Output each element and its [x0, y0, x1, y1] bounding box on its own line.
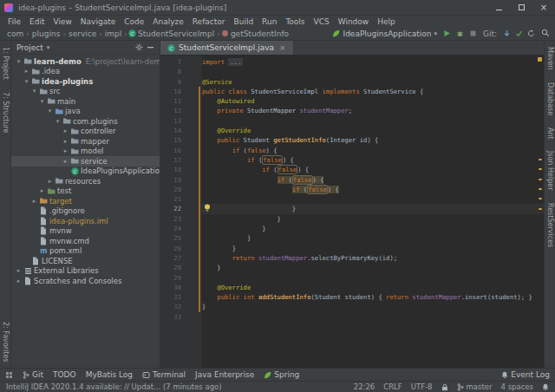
- warning-mark[interactable]: [539, 159, 542, 160]
- tree-item-gitignore[interactable]: .gitignore: [11, 206, 160, 217]
- tool-button-database[interactable]: Database: [546, 82, 554, 115]
- chevron-down-icon[interactable]: ▾: [47, 44, 50, 51]
- menu-item-build[interactable]: Build: [230, 17, 258, 26]
- tree-item-scratches-and-consoles[interactable]: ▸Scratches and Consoles: [11, 276, 160, 286]
- breadcrumb-item-plugins[interactable]: plugins: [30, 29, 62, 38]
- maximize-button[interactable]: [510, 0, 532, 15]
- code-line-content[interactable]: [202, 312, 544, 322]
- line-number[interactable]: 23: [160, 214, 186, 224]
- line-number[interactable]: 8: [160, 67, 186, 76]
- tree-item-resources[interactable]: ▸resources: [11, 176, 160, 186]
- tool-button-restservices[interactable]: RestServices: [546, 203, 554, 247]
- line-number[interactable]: 25: [160, 233, 186, 243]
- line-number[interactable]: 11: [160, 96, 186, 106]
- collapse-arrow-icon[interactable]: ▾: [46, 108, 54, 114]
- collapse-arrow-icon[interactable]: ▾: [23, 78, 30, 85]
- menu-item-vcs[interactable]: VCS: [310, 17, 334, 26]
- tree-item-mvnw-cmd[interactable]: mvnw.cmd: [11, 236, 160, 246]
- collapse-arrow-icon[interactable]: ▾: [38, 98, 46, 105]
- run-button[interactable]: [443, 29, 451, 37]
- code-line-content[interactable]: }: [202, 263, 544, 272]
- code-line-content[interactable]: [202, 273, 544, 283]
- tree-item-java[interactable]: ▾java: [11, 107, 160, 117]
- tree-item-src[interactable]: ▾src: [11, 87, 160, 97]
- search-everywhere-button[interactable]: [541, 29, 550, 37]
- expand-arrow-icon[interactable]: ▸: [15, 278, 23, 284]
- collapse-arrow-icon[interactable]: ▾: [54, 118, 62, 125]
- code-line-content[interactable]: if (false) {: [202, 165, 544, 174]
- code-line-content[interactable]: }: [202, 204, 544, 213]
- tool-button-event-log[interactable]: Event Log: [501, 370, 550, 379]
- debug-button[interactable]: [456, 29, 464, 37]
- line-number[interactable]: 14: [160, 126, 186, 135]
- tree-item-test[interactable]: ▸test: [11, 186, 160, 197]
- menu-item-window[interactable]: Window: [334, 17, 374, 26]
- code-line-content[interactable]: @Service: [202, 77, 544, 87]
- code-line-content[interactable]: }: [202, 214, 544, 224]
- line-number[interactable]: 22: [160, 204, 186, 213]
- code-line-content[interactable]: [202, 194, 544, 204]
- code-line-content[interactable]: if (false) {: [202, 155, 544, 165]
- code-line-content[interactable]: if (false) {: [202, 146, 544, 155]
- expand-arrow-icon[interactable]: ▸: [15, 267, 23, 274]
- breadcrumb-item-impl[interactable]: impl: [103, 29, 123, 38]
- collapse-arrow-icon[interactable]: ▾: [15, 58, 23, 65]
- menu-item-help[interactable]: Help: [373, 17, 400, 26]
- tree-item-target[interactable]: ▸target: [11, 196, 160, 206]
- tool-button-2-favorites[interactable]: 2: Favorites: [2, 322, 10, 362]
- line-number[interactable]: 10: [160, 87, 186, 96]
- tool-button-java-enterprise[interactable]: Java Enterprise: [195, 370, 254, 379]
- tree-item-main[interactable]: ▾main: [11, 96, 160, 107]
- code-line-content[interactable]: }: [202, 302, 544, 311]
- tool-button-maven[interactable]: Maven: [546, 47, 554, 70]
- run-configuration-select[interactable]: IdeaPluginsApplication ▾: [332, 29, 436, 38]
- tree-item-com-plugins[interactable]: ▾com.plugins: [11, 116, 160, 127]
- tree-item-license[interactable]: LICENSE: [11, 256, 160, 266]
- inspection-indicator[interactable]: [538, 57, 542, 62]
- line-number[interactable]: 31: [160, 292, 186, 302]
- breadcrumb-item-getstudentinfo[interactable]: getStudentInfo: [229, 29, 291, 38]
- code-line-content[interactable]: @Override: [202, 126, 544, 135]
- status-message[interactable]: IntelliJ IDEA 2020.1.4 available: // Upd…: [6, 382, 222, 391]
- tree-item-pom-xml[interactable]: mpom.xml: [11, 246, 160, 257]
- code-line-content[interactable]: return studentMapper.selectByPrimaryKey(…: [202, 253, 544, 263]
- expand-arrow-icon[interactable]: ▸: [62, 127, 69, 134]
- code-line-content[interactable]: }: [202, 224, 544, 233]
- line-separator[interactable]: CRLF: [383, 382, 402, 391]
- notifications[interactable]: [542, 383, 549, 391]
- tree-item-mapper[interactable]: ▸mapper: [11, 136, 160, 147]
- line-number[interactable]: 19: [160, 175, 186, 185]
- tool-button-spring[interactable]: Spring: [264, 370, 299, 379]
- tool-button-terminal[interactable]: Terminal: [142, 370, 186, 379]
- expand-arrow-icon[interactable]: ▸: [30, 198, 38, 205]
- tool-button-todo[interactable]: TODO: [53, 370, 76, 379]
- tree-item-learn-demo[interactable]: ▾learn-demoE:\project\learn-demo: [11, 56, 160, 67]
- git-rollback-button[interactable]: [527, 29, 535, 37]
- stop-button[interactable]: [469, 29, 477, 37]
- breadcrumb-item-service[interactable]: service: [67, 29, 98, 38]
- indent-style[interactable]: 4 spaces: [501, 382, 533, 391]
- code-editor[interactable]: 7import ...89@Service10public class Stud…: [160, 56, 544, 368]
- code-line-content[interactable]: }: [202, 244, 544, 253]
- menu-item-navigate[interactable]: Navigate: [76, 17, 120, 26]
- line-number[interactable]: 17: [160, 155, 186, 165]
- expand-arrow-icon[interactable]: ▸: [23, 68, 30, 75]
- line-number[interactable]: 28: [160, 263, 186, 272]
- line-number[interactable]: 27: [160, 253, 186, 263]
- tool-button-json-helper[interactable]: Json Helper: [546, 151, 554, 190]
- tree-item-mvnw[interactable]: mvnw: [11, 226, 160, 237]
- line-number[interactable]: 33: [160, 312, 186, 322]
- code-line-content[interactable]: public int addStudentInfo(Student studen…: [202, 292, 544, 302]
- tool-window-switcher[interactable]: [5, 371, 13, 379]
- caret-position[interactable]: 22:26: [354, 382, 375, 391]
- warning-mark[interactable]: [539, 198, 542, 199]
- settings-button[interactable]: [135, 43, 143, 51]
- tool-button-ant[interactable]: Ant: [546, 127, 554, 140]
- tree-item-idea-plugins[interactable]: ▾idea-plugins: [11, 76, 160, 87]
- git-commit-button[interactable]: [515, 29, 523, 37]
- tree-item-external-libraries[interactable]: ▸External Libraries: [11, 266, 160, 277]
- tool-button-7-structure[interactable]: 7: Structure: [2, 92, 10, 134]
- minimize-button[interactable]: [487, 0, 510, 15]
- line-number[interactable]: 32: [160, 302, 186, 311]
- intention-bulb-icon[interactable]: [204, 204, 211, 215]
